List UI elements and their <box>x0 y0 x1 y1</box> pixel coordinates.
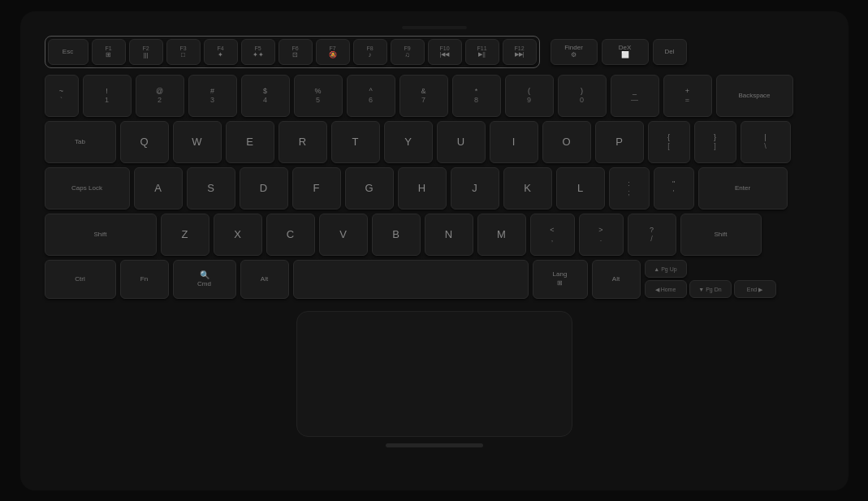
f4-key[interactable]: F4 ✦ <box>204 39 238 65</box>
key-equals[interactable]: + = <box>663 75 712 117</box>
key-w[interactable]: W <box>173 121 222 163</box>
key-comma[interactable]: < , <box>530 214 575 256</box>
pg-up-key[interactable]: ▲ Pg Up <box>645 260 687 278</box>
key-s[interactable]: S <box>187 167 235 209</box>
esc-key[interactable]: Esc <box>48 39 89 65</box>
f3-key[interactable]: F3 □ <box>166 39 201 65</box>
key-u[interactable]: U <box>437 121 486 163</box>
key-r[interactable]: R <box>279 121 327 163</box>
space-key[interactable] <box>293 260 529 299</box>
key-7[interactable]: & 7 <box>399 75 448 117</box>
key-h[interactable]: H <box>398 167 447 209</box>
f11-key[interactable]: F11 ▶|| <box>465 39 499 65</box>
shift-left-key[interactable]: Shift <box>45 214 157 256</box>
home-key[interactable]: ◀ Home <box>645 280 687 298</box>
key-3[interactable]: # 3 <box>188 75 237 117</box>
arrow-cluster: ▲ Pg Up ◀ Home ▼ Pg Dn End ▶ <box>645 260 776 298</box>
f10-key[interactable]: F10 |◀◀ <box>428 39 462 65</box>
key-quote[interactable]: " ' <box>654 167 694 209</box>
caps-row: Caps Lock A S D F G H J K L : ; " ' <box>45 167 824 209</box>
key-0[interactable]: ) 0 <box>558 75 607 117</box>
bottom-bar <box>386 443 483 447</box>
enter-key[interactable]: Enter <box>698 167 788 209</box>
key-m[interactable]: M <box>477 214 526 256</box>
key-bracket-close[interactable]: } ] <box>694 121 736 163</box>
key-5[interactable]: % 5 <box>294 75 343 117</box>
key-l[interactable]: L <box>556 167 605 209</box>
end-key[interactable]: End ▶ <box>734 280 776 298</box>
f7-key[interactable]: F7 🔕 <box>316 39 350 65</box>
lang-key[interactable]: Lang ⊞ <box>533 260 588 299</box>
key-k[interactable]: K <box>503 167 552 209</box>
shift-row: Shift Z X C V B N M < , > . <box>45 214 824 256</box>
key-slash[interactable]: ? / <box>628 214 676 256</box>
key-x[interactable]: X <box>214 214 262 256</box>
del-key[interactable]: Del <box>653 39 687 65</box>
key-semicolon[interactable]: : ; <box>609 167 650 209</box>
key-period[interactable]: > . <box>579 214 624 256</box>
key-i[interactable]: I <box>490 121 538 163</box>
key-v[interactable]: V <box>319 214 368 256</box>
key-y[interactable]: Y <box>384 121 433 163</box>
top-bar <box>402 26 467 29</box>
key-minus[interactable]: _ — <box>611 75 659 117</box>
f2-key[interactable]: F2 ||| <box>129 39 163 65</box>
key-8[interactable]: * 8 <box>452 75 501 117</box>
fn-row: Esc F1 ⊞ F2 ||| F3 □ F4 ✦ <box>45 36 824 68</box>
key-bracket-open[interactable]: { [ <box>648 121 690 163</box>
key-b[interactable]: B <box>372 214 421 256</box>
key-g[interactable]: G <box>345 167 394 209</box>
keyboard-area: Esc F1 ⊞ F2 ||| F3 □ F4 ✦ <box>45 36 824 299</box>
dex-key[interactable]: DeX ⬜ <box>602 39 649 65</box>
f12-key[interactable]: F12 ▶▶| <box>503 39 537 65</box>
key-6[interactable]: ^ 6 <box>347 75 395 117</box>
arrow-top-row: ▲ Pg Up <box>645 260 776 278</box>
key-p[interactable]: P <box>595 121 644 163</box>
f1-key[interactable]: F1 ⊞ <box>92 39 126 65</box>
arrow-bottom-row: ◀ Home ▼ Pg Dn End ▶ <box>645 280 776 298</box>
f6-key[interactable]: F6 ⊡ <box>279 39 313 65</box>
fn-key-group: Esc F1 ⊞ F2 ||| F3 □ F4 ✦ <box>45 36 540 68</box>
key-z[interactable]: Z <box>161 214 209 256</box>
bottom-row: Ctrl Fn 🔍 Cmd Alt Lang ⊞ Alt <box>45 260 824 299</box>
key-pipe[interactable]: | \ <box>741 121 791 163</box>
tab-key[interactable]: Tab <box>45 121 116 163</box>
key-c[interactable]: C <box>266 214 315 256</box>
f8-key[interactable]: F8 ♪ <box>353 39 387 65</box>
shift-right-key[interactable]: Shift <box>680 214 762 256</box>
f9-key[interactable]: F9 ♫ <box>391 39 425 65</box>
tab-row: Tab Q W E R T Y U I O P { [ } ] <box>45 121 824 163</box>
alt-left-key[interactable]: Alt <box>240 260 289 299</box>
fn-key[interactable]: Fn <box>120 260 169 299</box>
ctrl-key[interactable]: Ctrl <box>45 260 116 299</box>
key-a[interactable]: A <box>134 167 183 209</box>
key-4[interactable]: $ 4 <box>241 75 290 117</box>
laptop-body: Esc F1 ⊞ F2 ||| F3 □ F4 ✦ <box>20 11 849 490</box>
key-o[interactable]: O <box>542 121 591 163</box>
touchpad[interactable] <box>296 311 572 437</box>
cmd-key[interactable]: 🔍 Cmd <box>173 260 236 299</box>
key-q[interactable]: Q <box>120 121 169 163</box>
key-f[interactable]: F <box>292 167 341 209</box>
key-j[interactable]: J <box>451 167 499 209</box>
key-e[interactable]: E <box>226 121 274 163</box>
alt-right-key[interactable]: Alt <box>592 260 641 299</box>
f5-key[interactable]: F5 ✦✦ <box>241 39 275 65</box>
backspace-key[interactable]: Backspace <box>716 75 793 117</box>
key-n[interactable]: N <box>425 214 473 256</box>
key-t[interactable]: T <box>331 121 380 163</box>
pg-dn-key[interactable]: ▼ Pg Dn <box>689 280 732 298</box>
key-1[interactable]: ! 1 <box>83 75 132 117</box>
backtick-key[interactable]: ~ ` <box>45 75 79 117</box>
finder-key[interactable]: Finder ⚙ <box>551 39 598 65</box>
key-d[interactable]: D <box>240 167 288 209</box>
key-9[interactable]: ( 9 <box>505 75 554 117</box>
caps-lock-key[interactable]: Caps Lock <box>45 167 130 209</box>
number-row: ~ ` ! 1 @ 2 # 3 <box>45 75 824 117</box>
key-2[interactable]: @ 2 <box>136 75 184 117</box>
